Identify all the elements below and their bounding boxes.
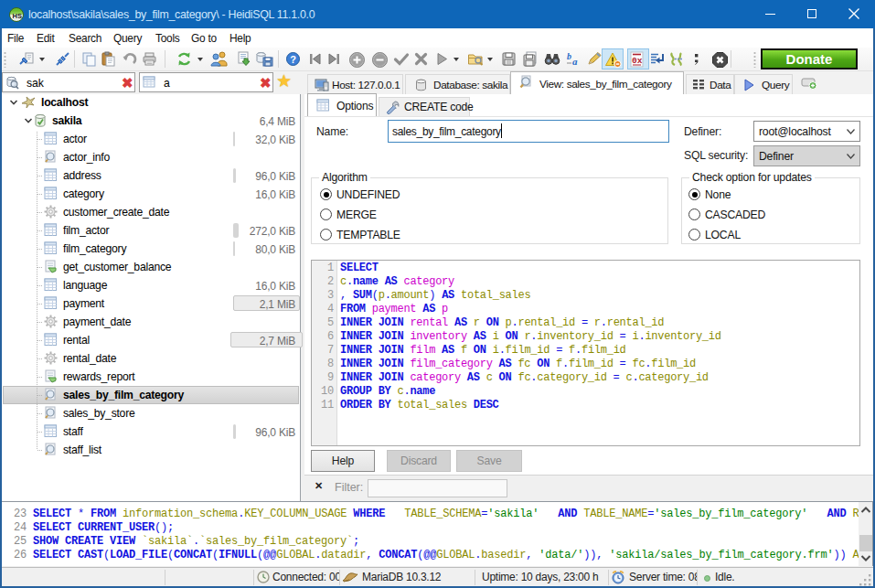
svg-text:a: a bbox=[572, 56, 578, 67]
svg-text:?: ? bbox=[290, 54, 296, 65]
svg-text:0x: 0x bbox=[632, 56, 643, 66]
svg-text:b: b bbox=[567, 51, 571, 61]
